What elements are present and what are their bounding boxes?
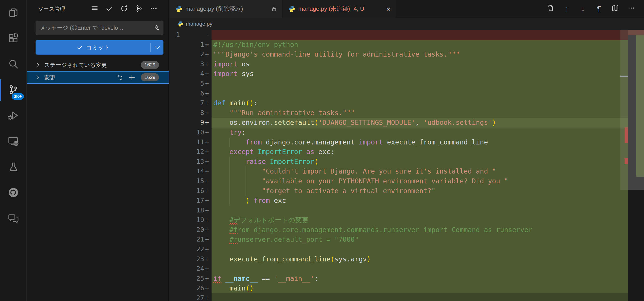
activity-item-comments[interactable] xyxy=(0,206,26,232)
indent-guide xyxy=(230,176,230,186)
code-line[interactable]: 1- xyxy=(170,30,644,40)
source-control-title: ソース管理 xyxy=(38,5,65,12)
code-line[interactable]: 3+import os xyxy=(170,59,644,69)
tab-manage-py-deleted[interactable]: manage.py (削除済み) xyxy=(170,0,283,18)
diff-gutter: 13+ xyxy=(170,157,212,166)
code-line[interactable]: 8+ """Run administrative tasks.""" xyxy=(170,108,644,118)
code-line-content xyxy=(212,264,628,274)
changes-label: 変更 xyxy=(44,74,56,81)
diff-gutter: 4+ xyxy=(170,69,212,79)
more-actions-button[interactable] xyxy=(626,4,636,14)
commit-button[interactable]: コミット xyxy=(36,40,164,54)
diff-gutter: 5+ xyxy=(170,79,212,88)
diff-gutter: 2+ xyxy=(170,50,212,59)
minimap[interactable] xyxy=(620,30,628,190)
staged-count-badge: 1629 xyxy=(141,61,159,69)
diff-gutter: 14+ xyxy=(170,166,212,176)
code-line[interactable]: 17+ ) from exc xyxy=(170,196,644,206)
diff-gutter: 3+ xyxy=(170,59,212,69)
code-line-content xyxy=(212,206,628,215)
diff-gutter: 22+ xyxy=(170,244,212,254)
code-line-content: import os xyxy=(212,59,628,69)
commit-button-main[interactable]: コミット xyxy=(36,44,150,52)
code-line[interactable]: 6+ xyxy=(170,88,644,98)
code-line[interactable]: 23+ execute_from_command_line(sys.argv) xyxy=(170,254,644,264)
code-line[interactable]: 5+ xyxy=(170,79,644,88)
code-line[interactable]: 9+ os.environ.setdefault('DJANGO_SETTING… xyxy=(170,118,644,128)
vertical-scrollbar[interactable] xyxy=(628,30,636,190)
commit-message-input[interactable] xyxy=(36,20,164,35)
commit-check-button[interactable] xyxy=(104,3,115,15)
next-change-button[interactable]: ↓ xyxy=(578,4,588,14)
staged-changes-group[interactable]: ステージされている変更 1629 xyxy=(27,58,169,71)
error-squiggle xyxy=(230,223,238,224)
code-line[interactable]: 7+def main(): xyxy=(170,98,644,108)
error-squiggle xyxy=(230,233,238,234)
code-line-content: #from django.core.management.commands.ru… xyxy=(212,225,628,235)
code-line[interactable]: 12+ except ImportError as exc: xyxy=(170,147,644,157)
commit-button-label: コミット xyxy=(86,44,110,52)
code-line[interactable]: 13+ raise ImportError( xyxy=(170,157,644,166)
view-as-list-button[interactable] xyxy=(89,3,100,15)
code-line[interactable]: 27+ xyxy=(170,293,644,301)
code-line-content xyxy=(212,88,628,98)
code-line[interactable]: 21+ #runserver.default_port = "7000" xyxy=(170,234,644,244)
activity-item-explorer[interactable] xyxy=(0,0,26,26)
close-icon[interactable]: × xyxy=(386,5,391,13)
code-line[interactable]: 16+ "forget to activate a virtual enviro… xyxy=(170,186,644,196)
activity-item-extensions[interactable] xyxy=(0,26,26,52)
activity-item-run-debug[interactable] xyxy=(0,103,26,128)
code-line-content xyxy=(212,30,628,40)
minimap-error-mark xyxy=(624,128,628,143)
open-file-button[interactable] xyxy=(546,4,556,14)
code-line[interactable]: 2+"""Django's command-line utility for a… xyxy=(170,50,644,59)
code-line[interactable]: 4+import sys xyxy=(170,69,644,79)
python-file-icon xyxy=(288,6,295,12)
breadcrumb[interactable]: manage.py xyxy=(170,18,644,30)
sparkle-icon[interactable] xyxy=(152,23,161,33)
toggle-whitespace-button[interactable]: ¶ xyxy=(594,4,604,14)
code-line-content: #!/usr/bin/env python xyxy=(212,40,628,50)
more-actions-button[interactable] xyxy=(148,3,160,15)
code-line[interactable]: 26+ main() xyxy=(170,283,644,293)
diff-gutter: 9+ xyxy=(170,118,212,128)
code-line[interactable]: 22+ xyxy=(170,244,644,254)
error-squiggle xyxy=(230,243,238,244)
previous-change-button[interactable]: ↑ xyxy=(562,4,572,14)
code-line[interactable]: 14+ "Couldn't import Django. Are you sur… xyxy=(170,166,644,176)
activity-item-source-control[interactable]: 3K+ xyxy=(0,77,26,103)
code-line[interactable]: 1+#!/usr/bin/env python xyxy=(170,40,644,50)
activity-item-search[interactable] xyxy=(0,52,26,77)
code-line-content: try: xyxy=(212,128,628,137)
code-line[interactable]: 18+ xyxy=(170,206,644,215)
diff-gutter: 8+ xyxy=(170,108,212,118)
activity-item-remote-explorer[interactable] xyxy=(0,128,26,154)
activity-item-testing[interactable] xyxy=(0,154,26,180)
tab-manage-py-untracked[interactable]: manage.py (未追跡) 4, U × xyxy=(283,0,396,18)
discard-all-changes-button[interactable] xyxy=(115,72,125,82)
code-line-content: """Django's command-line utility for adm… xyxy=(212,50,628,59)
code-line[interactable]: 25+if __name__ == '__main__': xyxy=(170,274,644,284)
commit-dropdown-button[interactable] xyxy=(150,43,164,52)
code-line[interactable]: 11+ from django.core.management import e… xyxy=(170,137,644,147)
activity-item-github[interactable] xyxy=(0,180,26,206)
refresh-button[interactable] xyxy=(118,3,130,15)
code-line[interactable]: 20+ #from django.core.management.command… xyxy=(170,225,644,235)
lock-icon xyxy=(271,6,278,12)
diff-code-area[interactable]: 1-1+#!/usr/bin/env python2+"""Django's c… xyxy=(170,30,644,301)
chevron-right-icon xyxy=(35,62,39,67)
code-line[interactable]: 10+ try: xyxy=(170,128,644,137)
diff-gutter: 12+ xyxy=(170,147,212,157)
code-line[interactable]: 19+ #デフォルトポートの変更 xyxy=(170,215,644,225)
code-line[interactable]: 24+ xyxy=(170,264,644,274)
diff-gutter: 27+ xyxy=(170,293,212,301)
code-line[interactable]: 15+ "available on your PYTHONPATH enviro… xyxy=(170,176,644,186)
changes-group[interactable]: 変更 1629 xyxy=(27,71,169,84)
code-line-content: except ImportError as exc: xyxy=(212,147,628,157)
source-control-toolbar xyxy=(89,3,160,15)
source-control-graph-button[interactable] xyxy=(133,3,145,15)
beaker-icon xyxy=(8,161,19,174)
diff-gutter: 18+ xyxy=(170,206,212,215)
map-button[interactable] xyxy=(610,4,620,14)
stage-all-changes-button[interactable] xyxy=(127,72,137,82)
